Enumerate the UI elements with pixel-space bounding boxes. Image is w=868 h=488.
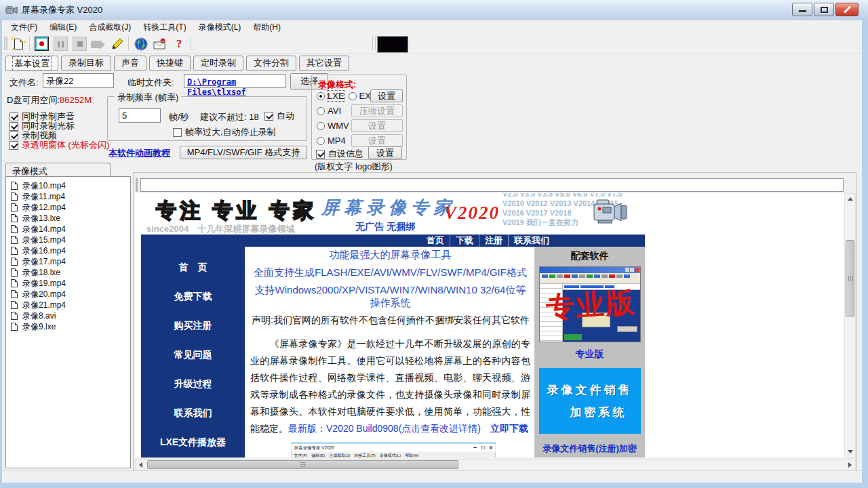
tab-sound[interactable]: 声音	[114, 56, 146, 70]
radio-lxe[interactable]: LXE	[317, 91, 344, 101]
framerate-overflow-checkbox[interactable]: 帧率过大,自动停止录制	[173, 126, 276, 138]
file-item[interactable]: 录像10.mp4	[6, 180, 130, 191]
file-icon	[11, 214, 18, 222]
nav-download[interactable]: 下载	[450, 235, 479, 247]
file-item[interactable]: 录像20.mp4	[6, 289, 130, 300]
exe-settings-button[interactable]: 设置	[370, 89, 403, 102]
format-support-button[interactable]: MP4/FLV/SWF/GIF 格式支持	[180, 146, 307, 159]
latest-version-link[interactable]: 最新版：V2020 Build0908(点击查看改进详情)	[288, 423, 481, 434]
file-item[interactable]: 录像14.mp4	[6, 224, 130, 235]
menu-contact[interactable]: 联系我们	[141, 407, 245, 420]
file-item[interactable]: 录像13.lxe	[6, 213, 130, 224]
file-item[interactable]: 录像16.mp4	[6, 245, 130, 256]
record-icon[interactable]	[33, 36, 50, 52]
pro-version-link[interactable]: 专业版	[534, 348, 645, 361]
tutorial-link[interactable]: 本软件动画教程	[108, 147, 170, 159]
menu-purchase[interactable]: 购买注册	[141, 320, 245, 332]
file-icon	[11, 301, 18, 309]
minimize-button[interactable]	[792, 3, 812, 16]
horizontal-scroll-thumb[interactable]	[147, 460, 458, 469]
menu-file[interactable]: 文件(F)	[5, 20, 43, 35]
app-screenshot-image: 屏幕录像专家 V2020 文件(F) 编辑(E) 合成截取(J) 转换工具(T)…	[291, 443, 496, 458]
pause-icon	[52, 36, 68, 52]
tab-hotkeys[interactable]: 快捷键	[149, 56, 191, 70]
file-item[interactable]: 录像12.mp4	[6, 202, 130, 213]
custom-info-settings-button[interactable]: 设置	[368, 146, 402, 159]
menu-faq[interactable]: 常见问题	[141, 349, 245, 361]
menu-lxe-player[interactable]: LXE文件播放器	[141, 436, 245, 449]
app-icon	[5, 5, 18, 15]
menu-edit[interactable]: 编辑(E)	[43, 20, 83, 35]
file-item[interactable]: 录像8.avi	[6, 310, 130, 321]
file-icon	[11, 268, 18, 277]
scroll-down-button[interactable]	[845, 447, 855, 457]
file-item[interactable]: 录像17.mp4	[6, 256, 130, 267]
tab-record-target[interactable]: 录制目标	[61, 56, 111, 70]
radio-icon	[317, 107, 325, 115]
maximize-button[interactable]	[814, 3, 834, 16]
menu-help[interactable]: 帮助(H)	[247, 20, 287, 35]
file-item[interactable]: 录像21.mp4	[6, 300, 130, 310]
vertical-scroll-thumb[interactable]	[846, 240, 854, 317]
new-file-icon[interactable]	[10, 36, 26, 52]
disk-space-label: D盘可用空间:86252M	[7, 94, 92, 106]
menu-capture[interactable]: 合成截取(J)	[83, 20, 137, 35]
scroll-up-button[interactable]	[845, 194, 855, 204]
mini-maximize-icon	[481, 446, 485, 449]
radio-mp4[interactable]: MP4	[317, 136, 346, 146]
framerate-group-title: 录制频率 (帧率)	[115, 92, 181, 104]
transparent-window-checkbox[interactable]: 录透明窗体 (光标会闪)	[9, 139, 109, 151]
radio-icon	[317, 122, 325, 130]
temp-folder-value[interactable]: D:\Program Files\tlxsof	[184, 74, 285, 88]
close-button[interactable]	[835, 3, 859, 16]
pen-tool-icon[interactable]	[109, 36, 125, 52]
custom-info-checkbox[interactable]: 自设信息	[316, 148, 363, 160]
nav-contact[interactable]: 联系我们	[508, 235, 555, 247]
nav-home[interactable]: 首页	[421, 235, 450, 247]
banner-line-2: 加密系统	[539, 405, 641, 420]
file-icon	[11, 290, 18, 298]
tab-file-split[interactable]: 文件分割	[246, 56, 296, 70]
filename-input[interactable]: 录像22	[43, 73, 114, 88]
menu-free-download[interactable]: 免费下载	[141, 291, 245, 303]
site-brand: 屏幕录像专家	[321, 196, 456, 220]
file-item[interactable]: 录像15.mp4	[6, 235, 130, 245]
address-bar[interactable]	[140, 178, 844, 192]
sales-encryption-banner[interactable]: 录像文件销售 加密系统	[539, 368, 641, 434]
auto-framerate-checkbox[interactable]: 自动	[264, 110, 294, 122]
file-item[interactable]: 录像11.mp4	[6, 191, 130, 202]
file-icon	[11, 312, 18, 320]
download-now-link[interactable]: 立即下载	[490, 423, 528, 434]
tab-basic-settings[interactable]: 基本设置	[5, 56, 58, 71]
horizontal-scrollbar[interactable]	[135, 459, 856, 470]
pro-version-screenshot[interactable]: 专业版	[539, 266, 641, 342]
temp-folder-label: 临时文件夹:	[127, 77, 174, 89]
globe-icon[interactable]	[133, 36, 149, 52]
menu-convert-tools[interactable]: 转换工具(T)	[137, 20, 192, 35]
sales-registration-link[interactable]: 录像文件销售(注册)加密	[534, 443, 645, 455]
menu-record-mode[interactable]: 录像模式(L)	[193, 20, 248, 35]
radio-wmv[interactable]: WMV	[317, 121, 349, 131]
radio-avi[interactable]: AVI	[317, 106, 341, 116]
file-item[interactable]: 录像9.lxe	[6, 321, 130, 332]
help-icon[interactable]: ?	[171, 36, 187, 52]
content-headline-1: 功能最强大的屏幕录像工具	[250, 249, 530, 262]
record-mode-tab[interactable]: 录像模式	[5, 163, 111, 177]
file-icon	[11, 236, 18, 244]
tab-other-settings[interactable]: 其它设置	[299, 56, 349, 70]
menu-upgrade[interactable]: 升级过程	[141, 378, 245, 390]
site-content: 功能最强大的屏幕录像工具 全面支持生成FLASH/EXE/AVI/WMV/FLV…	[245, 247, 534, 458]
tab-scheduled-record[interactable]: 定时录制	[193, 56, 243, 70]
file-item[interactable]: 录像19.mp4	[6, 278, 130, 289]
register-icon[interactable]	[152, 36, 168, 52]
menu-home[interactable]: 首 页	[141, 262, 245, 274]
framerate-input[interactable]: 5	[119, 108, 161, 123]
scroll-right-button[interactable]	[845, 460, 855, 470]
scroll-left-button[interactable]	[136, 460, 146, 470]
framerate-hint: 建议不超过: 18	[200, 111, 259, 123]
file-icon	[11, 323, 18, 331]
nav-register[interactable]: 注册	[479, 235, 508, 247]
file-item[interactable]: 录像18.lxe	[6, 267, 130, 278]
radio-icon	[317, 92, 325, 100]
vertical-scrollbar[interactable]	[844, 193, 856, 458]
